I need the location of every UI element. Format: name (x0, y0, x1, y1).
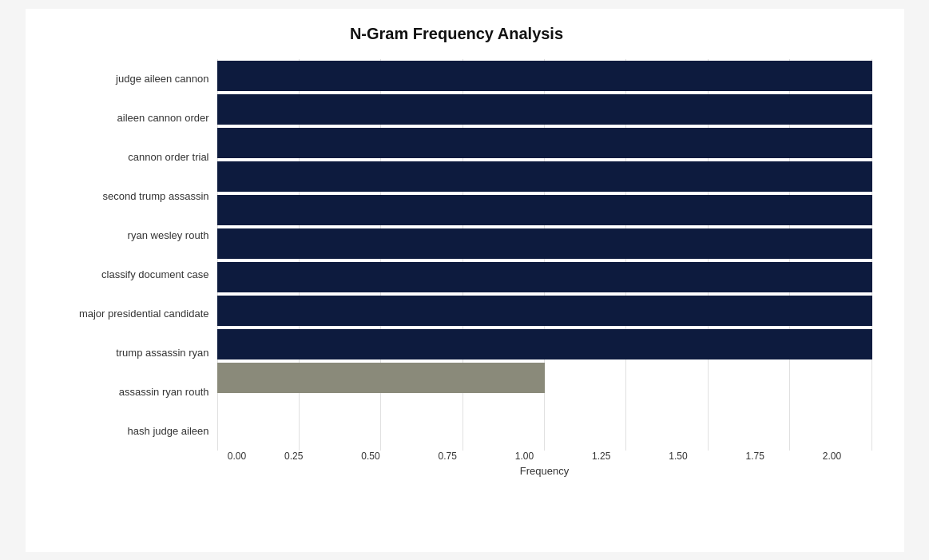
x-tick-label: 1.50 (658, 451, 698, 462)
x-tick-label: 0.50 (351, 451, 391, 462)
y-axis-label: judge aileen cannon (116, 59, 208, 97)
bar (217, 228, 872, 259)
bar (217, 94, 872, 125)
y-axis-label: major presidential candidate (79, 294, 209, 332)
y-axis-label: ryan wesley routh (128, 216, 209, 254)
bar-row (217, 126, 872, 160)
bar-row (217, 361, 872, 395)
x-tick-label: 1.75 (735, 451, 775, 462)
x-tick-label: 0.25 (274, 451, 314, 462)
chart-area: judge aileen cannonaileen cannon orderca… (42, 59, 872, 475)
bar-row (217, 294, 872, 328)
x-tick-label: 0.75 (427, 451, 467, 462)
bar-row (217, 328, 872, 361)
y-axis-label: cannon order trial (128, 137, 208, 176)
bar-row (217, 227, 872, 260)
bar (217, 61, 872, 91)
bar (217, 195, 872, 225)
x-tick-label: 2.00 (812, 451, 852, 462)
y-axis: judge aileen cannonaileen cannon orderca… (42, 59, 217, 475)
chart-container: N-Gram Frequency Analysis judge aileen c… (26, 9, 904, 552)
chart-title: N-Gram Frequency Analysis (42, 25, 872, 43)
plot-area (217, 59, 872, 419)
y-axis-label: classify document case (101, 255, 208, 293)
plot-wrapper: 0.000.250.500.751.001.251.501.752.00 Fre… (217, 59, 872, 475)
bar-row (217, 160, 872, 193)
x-tick-label: 0.00 (217, 451, 257, 462)
bar (217, 329, 872, 359)
bar (217, 128, 872, 158)
bar-row (217, 93, 872, 126)
y-axis-label: aileen cannon order (117, 98, 209, 137)
y-axis-label: hash judge aileen (128, 411, 209, 450)
x-tick-label: 1.25 (582, 451, 621, 462)
bar (217, 363, 545, 393)
y-axis-label: assassin ryan routh (119, 372, 209, 411)
x-axis: 0.000.250.500.751.001.251.501.752.00 Fre… (217, 451, 872, 475)
bar-row (217, 260, 872, 294)
bar (217, 296, 872, 326)
bar (217, 161, 872, 192)
bar (217, 262, 872, 292)
y-axis-label: trump assassin ryan (116, 333, 208, 371)
bar-row (217, 193, 872, 227)
bar-row (217, 59, 872, 93)
y-axis-label: second trump assassin (103, 177, 209, 215)
x-tick-label: 1.00 (505, 451, 545, 462)
x-axis-label: Frequency (217, 465, 872, 477)
